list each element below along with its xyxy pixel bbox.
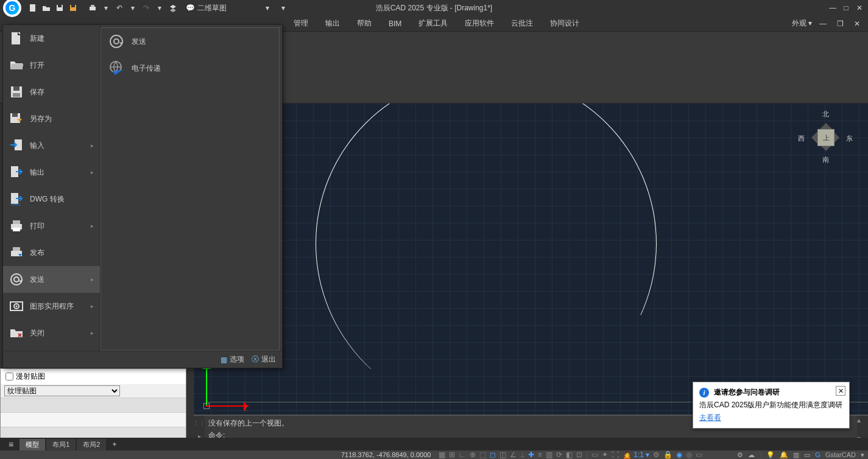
- layout1-tab[interactable]: 布局1: [46, 439, 76, 450]
- minimize-icon[interactable]: —: [827, 2, 839, 13]
- viewcube-tri-w[interactable]: [805, 131, 817, 144]
- redo-icon[interactable]: ↷: [141, 2, 152, 13]
- add-layout-icon[interactable]: +: [107, 439, 121, 450]
- app-logo[interactable]: G: [3, 0, 21, 17]
- grid-toggle-icon[interactable]: ▦: [439, 450, 445, 459]
- anno-vis-icon[interactable]: ✦: [602, 450, 608, 459]
- clean-screen-icon[interactable]: ▭: [696, 450, 702, 459]
- snap-toggle-icon[interactable]: ⊞: [449, 450, 455, 459]
- saveas-icon[interactable]: [68, 2, 79, 13]
- undo-dropdown-icon[interactable]: ▾: [127, 2, 138, 13]
- close-icon[interactable]: ✕: [853, 2, 866, 13]
- menu-new[interactable]: 新建: [3, 25, 100, 52]
- open-file-icon[interactable]: [41, 2, 52, 13]
- otrack-toggle-icon[interactable]: ∠: [510, 450, 517, 459]
- lock-ui-icon[interactable]: 🔒: [663, 450, 672, 459]
- maximize-icon[interactable]: □: [840, 2, 852, 13]
- drawing-canvas[interactable]: Z 上 北 南 东 西: [194, 103, 868, 415]
- menu-save[interactable]: 保存: [3, 79, 100, 105]
- osnap-toggle-icon[interactable]: ◻: [490, 450, 496, 459]
- redo-dropdown-icon[interactable]: ▾: [154, 2, 165, 13]
- transparency-toggle-icon[interactable]: ▥: [546, 450, 552, 459]
- menu-export[interactable]: 输出 ▸: [3, 159, 100, 186]
- submenu-etransmit[interactable]: 电子传递: [101, 55, 279, 82]
- anno-auto-icon[interactable]: ⛶: [612, 450, 619, 459]
- menu-print[interactable]: 打印 ▸: [3, 212, 100, 239]
- chevron-down-icon: ▾: [266, 4, 269, 12]
- submenu-send[interactable]: 发送: [101, 28, 279, 55]
- tray-dropdown-icon[interactable]: ▾: [861, 451, 864, 459]
- exit-button[interactable]: ⓧ 退出: [252, 354, 276, 365]
- menu-close[interactable]: 关闭 ▸: [3, 320, 100, 346]
- menu-send[interactable]: 发送 ▸: [3, 266, 100, 293]
- notify-icon[interactable]: 🔔: [780, 451, 788, 459]
- menu-publish[interactable]: 发布: [3, 239, 100, 266]
- doc-minimize-icon[interactable]: —: [817, 18, 829, 29]
- hardware-accel-icon[interactable]: ◉: [676, 450, 682, 459]
- ribbon-tab[interactable]: BIM: [387, 17, 403, 30]
- menu-import[interactable]: 输入 ▸: [3, 132, 100, 159]
- texture-map-select[interactable]: 纹理贴图: [4, 385, 120, 396]
- magnify-toggle-icon[interactable]: ⊡: [576, 450, 582, 459]
- print-dropdown-icon[interactable]: ▾: [101, 2, 111, 13]
- ribbon-tab[interactable]: 协同设计: [549, 16, 580, 31]
- print-icon[interactable]: [87, 2, 98, 13]
- viewcube-tri-e[interactable]: [833, 131, 845, 144]
- popup-close-icon[interactable]: ✕: [836, 386, 845, 396]
- layers-icon[interactable]: [168, 2, 178, 13]
- cloud-icon[interactable]: ☁: [748, 451, 755, 459]
- options-button[interactable]: ▦ 选项: [221, 354, 244, 365]
- menu-close-label: 关闭: [30, 328, 44, 338]
- ribbon-tab[interactable]: 云批注: [510, 16, 534, 31]
- tray-expand-icon[interactable]: ▭: [804, 451, 810, 459]
- save-icon[interactable]: [54, 2, 65, 13]
- sep: |: [586, 450, 588, 459]
- isoplane-toggle-icon[interactable]: ⬚: [479, 450, 486, 459]
- polar-toggle-icon[interactable]: ⊕: [470, 450, 476, 459]
- ortho-toggle-icon[interactable]: ∟: [459, 450, 466, 459]
- popup-link[interactable]: 去看看: [699, 413, 721, 423]
- dyn-toggle-icon[interactable]: ✚: [528, 450, 534, 459]
- menu-open[interactable]: 打开: [3, 52, 100, 79]
- ribbon-tab[interactable]: 输出: [324, 16, 341, 31]
- doc-restore-icon[interactable]: ❐: [834, 18, 846, 29]
- doc-close-icon[interactable]: ✕: [851, 18, 863, 29]
- lwt-toggle-icon[interactable]: ≡: [538, 450, 542, 459]
- viewcube-tri-n[interactable]: [820, 117, 832, 129]
- scroll-up-icon[interactable]: ▴: [857, 416, 868, 424]
- diffuse-map-checkbox[interactable]: 漫射贴图: [5, 372, 45, 380]
- ribbon-tab[interactable]: 扩展工具: [417, 16, 449, 31]
- cycle-toggle-icon[interactable]: ⟳: [556, 450, 562, 459]
- layout-menu-icon[interactable]: ≡: [4, 438, 18, 450]
- bulb-icon[interactable]: 💡: [766, 451, 775, 459]
- workspace-selector[interactable]: 💬 二维草图 ▾: [186, 3, 269, 13]
- new-file-icon[interactable]: [27, 2, 38, 13]
- viewcube-west: 西: [798, 134, 805, 143]
- ribbon-tab[interactable]: 应用软件: [464, 16, 495, 31]
- menu-saveas[interactable]: 另存为: [3, 105, 100, 132]
- model-button[interactable]: ▭: [591, 450, 598, 459]
- viewcube-top[interactable]: 上: [817, 129, 834, 146]
- settings-gear-icon[interactable]: ⚙: [737, 451, 743, 459]
- ucs-origin: [203, 403, 210, 409]
- workspace-switch-icon[interactable]: ⚙: [653, 450, 660, 459]
- coordinates-readout[interactable]: 7118.3762, -476.8849, 0.0000: [341, 451, 431, 458]
- view-cube[interactable]: 上 北 南 东 西: [798, 110, 853, 164]
- menu-dwg-convert[interactable]: DWG DWG 转换: [3, 186, 100, 212]
- ducs-toggle-icon[interactable]: ⟂: [520, 450, 524, 459]
- brand-icon[interactable]: G: [815, 451, 820, 458]
- qat-customize-icon[interactable]: ▾: [278, 2, 289, 13]
- anno-scale[interactable]: 🙍 1:1 ▾: [623, 450, 649, 459]
- model-tab[interactable]: 模型: [19, 439, 45, 450]
- qp-toggle-icon[interactable]: ◧: [566, 450, 573, 459]
- layout2-tab[interactable]: 布局2: [77, 439, 106, 450]
- isolate-icon[interactable]: ◎: [686, 450, 692, 459]
- ribbon-tab[interactable]: 管理: [292, 16, 309, 31]
- appearance-dropdown[interactable]: 外观 ▾: [792, 18, 812, 29]
- tray-icon[interactable]: ▥: [793, 451, 799, 459]
- 3dosnap-toggle-icon[interactable]: ◫: [499, 450, 506, 459]
- undo-icon[interactable]: ↶: [114, 2, 125, 13]
- menu-drawing-utilities[interactable]: 图形实用程序 ▸: [3, 293, 100, 320]
- ribbon-tab[interactable]: 帮助: [356, 16, 373, 31]
- viewcube-south: 南: [822, 155, 829, 164]
